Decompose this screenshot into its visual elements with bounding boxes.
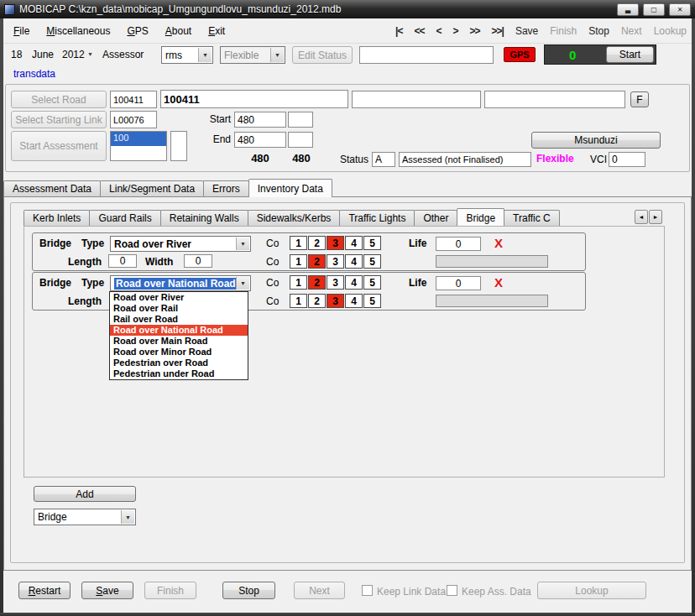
life-field-2[interactable]: 0 xyxy=(436,276,481,290)
restart-button[interactable]: Restart xyxy=(18,582,71,599)
rating-cell[interactable]: 4 xyxy=(345,254,363,269)
tab-link-segment-data[interactable]: Link/Segment Data xyxy=(100,180,204,196)
tab-scroll-right-icon[interactable]: ► xyxy=(649,210,662,224)
dropdown-option[interactable]: Road over River xyxy=(110,292,248,303)
date-year[interactable]: 2012 xyxy=(62,49,85,60)
rating-cell[interactable]: 3 xyxy=(327,236,344,250)
tab-scroll-left-icon[interactable]: ◄ xyxy=(635,210,648,224)
keep-link-data-checkbox[interactable] xyxy=(362,585,373,596)
rating-cell[interactable]: 5 xyxy=(363,275,381,290)
nav-fast-forward-icon[interactable]: >> xyxy=(469,25,479,37)
road-extra-field-1[interactable] xyxy=(352,91,481,108)
dropdown-option[interactable]: Pedestrian over Road xyxy=(110,358,248,368)
rating-cell[interactable]: 3 xyxy=(327,254,344,269)
inner-tab-other[interactable]: Other xyxy=(414,210,457,226)
segment-item[interactable]: 100 xyxy=(111,132,166,146)
dropdown-option[interactable]: Road over Rail xyxy=(110,303,248,314)
menu-miscellaneous[interactable]: Miscellaneous xyxy=(38,22,118,40)
toolbar-text-input[interactable] xyxy=(359,46,494,64)
transdata-link[interactable]: transdata xyxy=(13,68,55,80)
add-button[interactable]: Add xyxy=(34,486,136,502)
menu-next[interactable]: Next xyxy=(621,25,642,37)
nav-first-icon[interactable]: |< xyxy=(395,25,402,37)
dropdown-option[interactable]: Road over Main Road xyxy=(110,336,248,347)
life-field-1[interactable]: 0 xyxy=(436,237,481,251)
rating-cell[interactable]: 2 xyxy=(308,294,326,308)
nav-fast-back-icon[interactable]: << xyxy=(414,25,424,37)
menu-about[interactable]: About xyxy=(157,22,200,40)
segment-listbox-2[interactable] xyxy=(170,131,187,161)
tab-assessment-data[interactable]: Assessment Data xyxy=(3,180,101,196)
nav-back-icon[interactable]: < xyxy=(436,25,441,37)
close-icon[interactable]: ✕ xyxy=(669,3,691,16)
rating-cell[interactable]: 5 xyxy=(363,236,381,250)
dropdown-option[interactable]: Road over Minor Road xyxy=(110,347,248,358)
minimize-icon[interactable]: ▃ xyxy=(617,3,639,16)
menu-stop[interactable]: Stop xyxy=(588,25,609,37)
item-type-combo[interactable]: Bridge ▼ xyxy=(34,509,136,525)
rating-cell[interactable]: 3 xyxy=(327,275,344,290)
length-field-1[interactable]: 0 xyxy=(108,254,137,268)
road-number-field[interactable]: 100411 xyxy=(110,91,157,108)
menu-save[interactable]: Save xyxy=(515,25,538,37)
dropdown-option[interactable]: Rail over Road xyxy=(110,314,248,325)
nav-last-icon[interactable]: >>| xyxy=(492,25,504,37)
rating-cell[interactable]: 4 xyxy=(345,236,363,250)
nav-forward-icon[interactable]: > xyxy=(452,25,457,37)
gps-button[interactable]: GPS xyxy=(504,47,536,62)
rating-cell[interactable]: 4 xyxy=(345,275,363,290)
tab-errors[interactable]: Errors xyxy=(203,180,249,196)
delete-x-icon[interactable]: X xyxy=(494,236,503,250)
stop-button[interactable]: Stop xyxy=(222,582,275,599)
inner-tab-kerb-inlets[interactable]: Kerb Inlets xyxy=(24,210,90,226)
rating-cell[interactable]: 5 xyxy=(363,254,381,269)
start-extra-field[interactable] xyxy=(288,112,313,128)
inner-tab-retaining-walls[interactable]: Retaining Walls xyxy=(160,210,248,226)
width-field-1[interactable]: 0 xyxy=(184,254,212,268)
save-button[interactable]: Save xyxy=(81,582,133,599)
end-value-field[interactable]: 480 xyxy=(234,132,286,148)
delete-x-icon[interactable]: X xyxy=(494,275,503,290)
chevron-down-icon[interactable]: ▼ xyxy=(87,51,93,57)
link-number-field[interactable]: L00076 xyxy=(110,111,157,128)
segment-listbox[interactable]: 100 xyxy=(110,131,167,161)
rating-cell[interactable]: 5 xyxy=(363,294,381,308)
chevron-down-icon[interactable]: ▼ xyxy=(198,48,212,62)
dropdown-option[interactable]: Pedestrian under Road xyxy=(110,368,248,379)
bridge-type-combo-2[interactable]: Road over National Road ▼ xyxy=(110,275,251,291)
rating-cell[interactable]: 3 xyxy=(327,294,344,308)
assessor-combo[interactable]: rms ▼ xyxy=(161,46,213,64)
rating-cell[interactable]: 1 xyxy=(290,254,307,269)
maximize-icon[interactable]: ▢ xyxy=(643,3,665,16)
rating-cell[interactable]: 1 xyxy=(290,275,307,290)
inner-tab-sidewalks-kerbs[interactable]: Sidewalks/Kerbs xyxy=(248,210,341,226)
status-code-field[interactable]: A xyxy=(372,152,395,167)
inner-tab-bridge[interactable]: Bridge xyxy=(457,208,504,226)
chevron-down-icon[interactable]: ▼ xyxy=(121,510,134,524)
start-button[interactable]: Start xyxy=(606,46,654,63)
f-button[interactable]: F xyxy=(630,91,649,107)
end-extra-field[interactable] xyxy=(288,132,313,148)
chevron-down-icon[interactable]: ▼ xyxy=(236,238,249,250)
inner-tab-traffic-calming[interactable]: Traffic C xyxy=(504,210,560,226)
rating-cell[interactable]: 4 xyxy=(345,294,363,308)
menu-finish[interactable]: Finish xyxy=(550,25,577,37)
road-extra-field-2[interactable] xyxy=(484,91,625,108)
menu-gps[interactable]: GPS xyxy=(118,22,156,40)
bridge-type-combo-1[interactable]: Road over River ▼ xyxy=(110,236,251,252)
rating-cell[interactable]: 1 xyxy=(290,294,307,308)
municipality-button[interactable]: Msunduzi xyxy=(531,132,661,149)
rating-cell[interactable]: 1 xyxy=(290,236,307,250)
inner-tab-guard-rails[interactable]: Guard Rails xyxy=(89,210,160,226)
keep-ass-data-checkbox[interactable] xyxy=(447,585,457,596)
menu-file[interactable]: File xyxy=(5,22,38,40)
inner-tab-traffic-lights[interactable]: Traffic Lights xyxy=(339,210,415,226)
rating-cell[interactable]: 2 xyxy=(308,275,326,290)
tab-inventory-data[interactable]: Inventory Data xyxy=(248,179,332,197)
dropdown-option[interactable]: Road over National Road xyxy=(110,325,248,336)
start-value-field[interactable]: 480 xyxy=(234,112,286,128)
menu-lookup[interactable]: Lookup xyxy=(654,25,687,37)
chevron-down-icon[interactable]: ▼ xyxy=(236,277,249,290)
rating-cell[interactable]: 2 xyxy=(308,254,326,269)
menu-exit[interactable]: Exit xyxy=(200,22,233,40)
